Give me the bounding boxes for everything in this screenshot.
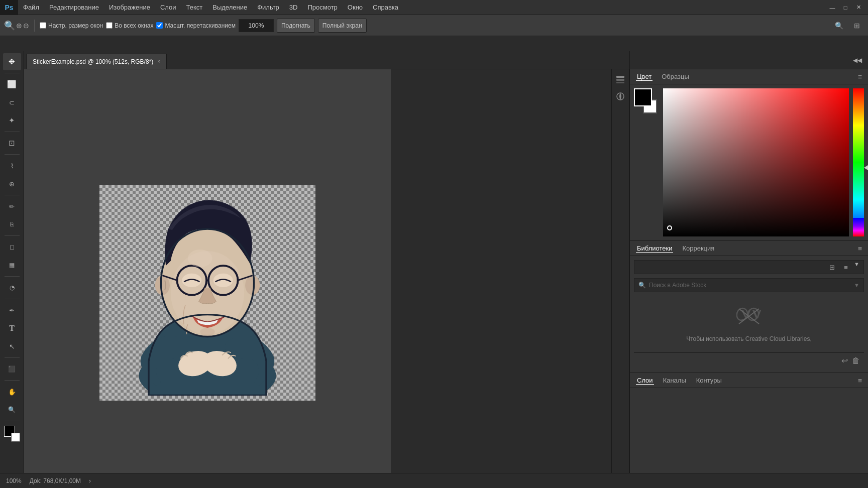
menu-window[interactable]: Окно — [343, 0, 368, 15]
hand-button[interactable]: ✋ — [3, 383, 21, 400]
lasso-tool-button[interactable]: ⊂ — [3, 94, 21, 111]
color-picker-gradient[interactable] — [663, 88, 849, 236]
color-panel-menu-icon[interactable]: ≡ — [858, 73, 862, 81]
move-tool-button[interactable]: ✥ — [3, 53, 21, 70]
tab-layers[interactable]: Слои — [636, 377, 654, 385]
clone-button[interactable]: ⎘ — [3, 216, 21, 233]
all-windows-checkbox[interactable] — [106, 22, 113, 29]
zoom-in-icon: ⊕ — [16, 22, 22, 30]
crop-tool-button[interactable]: ⊡ — [3, 135, 21, 152]
list-view-button[interactable]: ≡ — [840, 261, 852, 273]
dodge-button[interactable]: ◔ — [3, 279, 21, 296]
gradient-button[interactable]: ▦ — [3, 257, 21, 274]
collapse-right-panel-button[interactable]: ◀◀ — [851, 57, 864, 64]
fit-button[interactable]: Подогнать — [277, 19, 315, 33]
marquee-tool-button[interactable]: ⬜ — [3, 76, 21, 93]
hue-slider-arrow — [864, 165, 868, 170]
tab-swatches[interactable]: Образцы — [661, 73, 690, 80]
search-icon[interactable]: 🔍 — [832, 19, 846, 33]
search-chevron-icon: ▼ — [854, 282, 859, 288]
fg-bg-mini — [4, 426, 20, 442]
quick-select-button[interactable]: ✦ — [3, 112, 21, 129]
libraries-search-bar[interactable]: 🔍 Поиск в Adobe Stock ▼ — [634, 278, 864, 292]
tab-color[interactable]: Цвет — [636, 73, 653, 81]
menu-text[interactable]: Текст — [181, 0, 208, 15]
scale-drag-checkbox[interactable] — [156, 22, 163, 29]
menu-bar: Ps Файл Редактирование Изображение Слои … — [0, 0, 868, 15]
document-tab[interactable]: StickerExample.psd @ 100% (512s, RGB/8*)… — [26, 54, 167, 69]
libraries-panel-menu-icon[interactable]: ≡ — [858, 245, 862, 253]
layer-panel-icon[interactable] — [613, 72, 627, 86]
minimize-button[interactable]: — — [827, 2, 838, 13]
tab-libraries[interactable]: Библиотеки — [636, 245, 673, 253]
adjustments-icon[interactable] — [613, 89, 627, 103]
eraser-button[interactable]: ◻ — [3, 238, 21, 256]
color-picker-handle[interactable] — [667, 225, 672, 230]
marquee-icon: ⬜ — [7, 80, 17, 89]
menu-view[interactable]: Просмотр — [302, 0, 342, 15]
maximize-button[interactable]: □ — [840, 2, 851, 13]
tab-close-button[interactable]: × — [157, 59, 160, 64]
libraries-panel: Библиотеки Коррекция ≡ ⊞ ≡ ▼ 🔍 Поиск в A… — [630, 241, 868, 373]
dropdown-chevron-icon: ▼ — [854, 261, 859, 273]
zoom-value-input[interactable]: 100% — [239, 19, 274, 32]
shape-button[interactable]: ⬛ — [3, 360, 21, 378]
path-select-icon: ↖ — [9, 342, 15, 350]
tab-contours[interactable]: Контуры — [695, 377, 723, 384]
eyedropper-button[interactable]: ⌇ — [3, 157, 21, 174]
foreground-color-swatch[interactable] — [634, 88, 652, 106]
heal-button[interactable]: ⊕ — [3, 175, 21, 192]
menu-select[interactable]: Выделение — [207, 0, 252, 15]
canvas-area[interactable] — [24, 69, 391, 473]
menu-3d[interactable]: 3D — [284, 0, 303, 15]
grid-view-button[interactable]: ⊞ — [826, 261, 838, 273]
options-toolbar: 🔍 ⊕ ⊖ Настр. размер окон Во всех окнах М… — [0, 15, 868, 36]
fit-windows-check[interactable]: Настр. размер окон — [40, 22, 103, 29]
hue-slider[interactable] — [853, 88, 864, 236]
separator-1 — [5, 73, 20, 73]
separator-5 — [5, 235, 20, 236]
zoom-button[interactable]: 🔍 — [3, 401, 21, 418]
fg-bg-swatches — [634, 88, 659, 113]
tab-channels[interactable]: Каналы — [662, 377, 687, 384]
layers-panel-menu-icon[interactable]: ≡ — [858, 377, 862, 385]
toolbar-right-icons: 🔍 ⊞ — [832, 19, 864, 33]
menu-edit[interactable]: Редактирование — [44, 0, 104, 15]
fit-windows-checkbox[interactable] — [40, 22, 46, 29]
doc-info: Доk: 768,0K/1,00M — [30, 477, 81, 484]
scale-drag-check[interactable]: Масшт. перетаскиванием — [156, 22, 236, 29]
window-controls: — □ ✕ — [827, 2, 868, 13]
path-select-button[interactable]: ↖ — [3, 338, 21, 355]
document-canvas — [99, 185, 315, 401]
layers-panel-header: Слои Каналы Контуры ≡ — [630, 373, 868, 388]
brush-button[interactable]: ✏ — [3, 198, 21, 215]
libraries-empty-state: Чтобы использовать Creative Cloud Librar… — [634, 296, 864, 352]
menu-help[interactable]: Справка — [368, 0, 403, 15]
svg-point-17 — [188, 250, 212, 267]
close-button[interactable]: ✕ — [853, 2, 864, 13]
menu-image[interactable]: Изображение — [104, 0, 155, 15]
bg-mini-swatch[interactable] — [11, 433, 20, 442]
menu-layers[interactable]: Слои — [155, 0, 181, 15]
libraries-empty-text: Чтобы использовать Creative Cloud Librar… — [686, 335, 812, 342]
type-button[interactable]: T — [3, 320, 21, 337]
tab-correction[interactable]: Коррекция — [681, 245, 715, 252]
type-icon: T — [9, 324, 15, 333]
menu-filter[interactable]: Фильтр — [252, 0, 284, 15]
svg-rect-2 — [616, 82, 624, 83]
tab-filename: StickerExample.psd @ 100% (512s, RGB/8*) — [33, 58, 153, 65]
fullscreen-button[interactable]: Полный экран — [318, 19, 367, 33]
workspace-icon[interactable]: ⊞ — [850, 19, 864, 33]
all-windows-check[interactable]: Во всех окнах — [106, 22, 153, 29]
gradient-brightness — [663, 88, 849, 236]
pen-button[interactable]: ✒ — [3, 302, 21, 319]
menu-file[interactable]: Файл — [18, 0, 44, 15]
libraries-panel-body: ⊞ ≡ ▼ 🔍 Поиск в Adobe Stock ▼ — [630, 256, 868, 373]
libraries-dropdown[interactable]: ⊞ ≡ ▼ — [634, 260, 864, 274]
libraries-delete-button[interactable]: 🗑 — [852, 356, 860, 365]
libraries-add-button[interactable]: ↩ — [841, 356, 848, 365]
status-arrow[interactable]: › — [89, 477, 91, 484]
separator-6 — [5, 276, 20, 277]
canvas-document — [99, 185, 315, 401]
zoom-tool-icon-toolbar[interactable]: 🔍 ⊕ ⊖ — [4, 20, 29, 31]
